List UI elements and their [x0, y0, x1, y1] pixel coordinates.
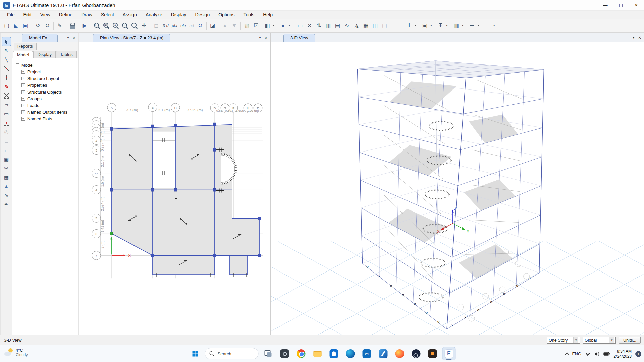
- select-pointer-icon[interactable]: [2, 37, 11, 46]
- tab-model[interactable]: Model: [13, 51, 33, 59]
- draw-wall-opening-icon[interactable]: ▣: [2, 155, 11, 164]
- toolbar-combo-3[interactable]: Ŧ▼: [435, 21, 449, 31]
- firefox-button[interactable]: [393, 347, 407, 360]
- menu-view[interactable]: View: [36, 11, 55, 18]
- menu-select[interactable]: Select: [97, 11, 118, 18]
- draw-ramp-dock-icon[interactable]: ▲: [2, 182, 11, 191]
- menu-draw[interactable]: Draw: [77, 11, 97, 18]
- weather-widget[interactable]: 4°C Cloudy: [4, 348, 28, 357]
- plan-view-button[interactable]: pla: [170, 21, 178, 30]
- toolbar-combo-6[interactable]: —▼: [482, 21, 496, 31]
- edit-pen-icon[interactable]: ✎: [55, 21, 64, 30]
- photos-app-button[interactable]: [278, 347, 291, 360]
- menu-display[interactable]: Display: [167, 11, 191, 18]
- quick-draw-braces-icon[interactable]: [2, 82, 11, 91]
- window-menu-caret-icon[interactable]: [65, 35, 71, 40]
- plan-view-titlebar[interactable]: Plan View - Story7 - Z = 23.4 (m): [79, 33, 270, 42]
- menu-options[interactable]: Options: [214, 11, 239, 18]
- adobe-app-button[interactable]: [426, 347, 439, 360]
- draw-curve-icon[interactable]: ∿: [2, 191, 11, 200]
- pan-icon[interactable]: ✛: [140, 21, 148, 30]
- language-indicator[interactable]: ENG: [572, 352, 581, 356]
- quick-draw-secondary-beams-icon[interactable]: [2, 91, 11, 100]
- draw-floor-icon[interactable]: ▤: [333, 21, 342, 30]
- reshape-object-icon[interactable]: ↖: [2, 46, 11, 55]
- rotate-3d-view-icon[interactable]: ↻: [196, 21, 205, 30]
- menu-file[interactable]: File: [3, 11, 19, 18]
- select-window-icon[interactable]: ▧: [243, 21, 251, 30]
- steam-button[interactable]: [410, 347, 423, 360]
- 3d-view-canvas[interactable]: ✕✕✕✕✕✕✕✕✕✕✕✕✕✕ Z X Y: [271, 42, 644, 335]
- menu-design[interactable]: Design: [191, 11, 214, 18]
- tree-item-project[interactable]: Project: [16, 68, 78, 75]
- previous-zoom-icon[interactable]: [111, 21, 120, 30]
- task-view-button[interactable]: [262, 347, 275, 360]
- menu-edit[interactable]: Edit: [19, 11, 36, 18]
- draw-wall-icon[interactable]: ▥: [324, 21, 333, 30]
- expand-icon[interactable]: [21, 90, 25, 94]
- media-app-button[interactable]: [377, 347, 390, 360]
- draw-wall-segment-icon[interactable]: ∟: [2, 136, 11, 145]
- draw-line-icon[interactable]: ╲: [2, 55, 11, 64]
- menu-tools[interactable]: Tools: [239, 11, 259, 18]
- rubber-band-zoom-icon[interactable]: [93, 21, 101, 30]
- object-view-options-dropdown[interactable]: ◧▼: [262, 21, 276, 31]
- expand-icon[interactable]: [21, 77, 25, 80]
- minimize-button[interactable]: —: [598, 0, 613, 11]
- toolbar-combo-4[interactable]: ▥▼: [451, 21, 465, 31]
- tab-reports[interactable]: Reports: [14, 43, 37, 50]
- tree-item-structure-layout[interactable]: Structure Layout: [16, 75, 78, 82]
- draw-knife-icon[interactable]: ✂: [2, 164, 11, 173]
- edge-button[interactable]: [344, 347, 357, 360]
- quick-draw-frame-icon[interactable]: [2, 73, 11, 82]
- battery-icon[interactable]: [603, 352, 610, 356]
- toolbar-combo-2[interactable]: ▣▼: [420, 21, 433, 31]
- model-explorer-tab[interactable]: Model Ex...: [22, 34, 58, 42]
- draw-ramp-icon[interactable]: ◮: [352, 21, 361, 30]
- draw-frame-object-icon[interactable]: [2, 64, 11, 73]
- menu-assign[interactable]: Assign: [118, 11, 141, 18]
- zoom-out-icon[interactable]: [130, 21, 139, 30]
- window-menu-caret-icon[interactable]: [631, 35, 636, 40]
- expand-icon[interactable]: [21, 83, 25, 87]
- mail-button[interactable]: ✉: [360, 347, 374, 360]
- expand-icon[interactable]: [21, 97, 25, 101]
- 3d-view-tab[interactable]: 3-D View: [283, 34, 315, 42]
- 3d-view-close-icon[interactable]: [637, 35, 642, 40]
- draw-link-icon[interactable]: ∿: [343, 21, 352, 30]
- 3d-view-button[interactable]: 3-d: [161, 21, 170, 30]
- plan-view-close-icon[interactable]: [263, 35, 269, 40]
- clock[interactable]: 8:34 AM 2/24/2023: [614, 349, 632, 359]
- model-explorer-titlebar[interactable]: Model Ex...: [12, 33, 78, 42]
- draw-rectangle-icon[interactable]: ▭: [296, 21, 305, 30]
- menu-help[interactable]: Help: [259, 11, 277, 18]
- restore-full-view-icon[interactable]: [102, 21, 111, 30]
- close-button[interactable]: ✕: [629, 0, 644, 11]
- menu-analyze[interactable]: Analyze: [141, 11, 167, 18]
- draw-rectangular-area-icon[interactable]: ▭: [2, 109, 11, 118]
- save-model-icon[interactable]: ▣: [21, 21, 30, 30]
- tree-item-groups[interactable]: Groups: [16, 95, 78, 102]
- expand-icon[interactable]: [21, 110, 25, 114]
- ink-annotate-icon[interactable]: ✒: [2, 200, 11, 209]
- window-menu-caret-icon[interactable]: [257, 35, 263, 40]
- 3d-view-titlebar[interactable]: 3-D View: [271, 33, 644, 42]
- volume-icon[interactable]: [594, 352, 600, 356]
- toolbar-combo-1[interactable]: I▼: [404, 21, 418, 31]
- tab-display[interactable]: Display: [33, 51, 56, 58]
- model-explorer-close-icon[interactable]: [71, 35, 77, 40]
- menu-define[interactable]: Define: [55, 11, 77, 18]
- file-explorer-button[interactable]: [311, 347, 324, 360]
- undo-icon[interactable]: ↺: [34, 21, 42, 30]
- reserved-tool-icon[interactable]: ▢: [380, 21, 389, 30]
- tree-item-loads[interactable]: Loads: [16, 102, 78, 109]
- expand-icon[interactable]: [21, 117, 25, 121]
- story-mode-select[interactable]: One Story ▼: [547, 337, 580, 344]
- units-button[interactable]: Units...: [619, 337, 641, 344]
- tree-item-structural-objects[interactable]: Structural Objects: [16, 88, 78, 95]
- draw-circle-icon[interactable]: ◎: [2, 127, 11, 136]
- named-display-button[interactable]: nd: [188, 21, 195, 30]
- lock-model-icon[interactable]: [68, 21, 76, 30]
- new-model-icon[interactable]: ▢: [2, 21, 11, 30]
- expand-icon[interactable]: [21, 104, 25, 107]
